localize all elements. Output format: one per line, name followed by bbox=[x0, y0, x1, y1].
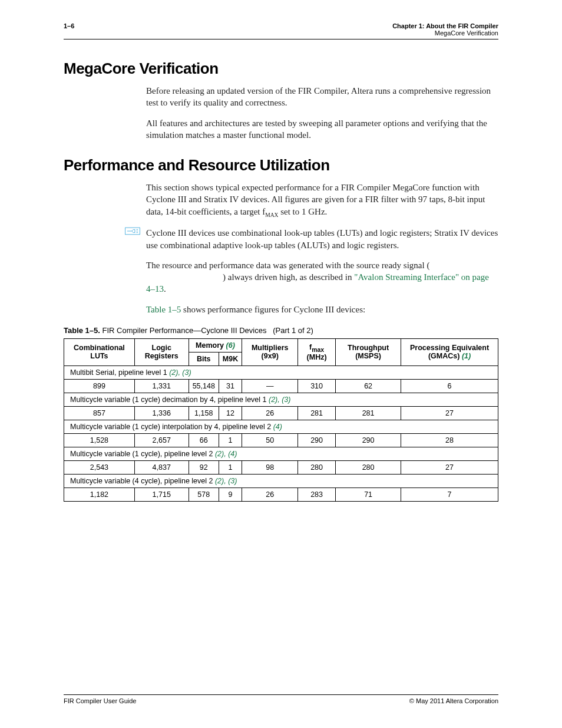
para: This section shows typical expected perf… bbox=[146, 182, 498, 219]
table-row: 8571,3361,158122628128127 bbox=[64, 406, 498, 420]
note-ref[interactable]: (2), (3) bbox=[269, 396, 291, 404]
text: Multicycle variable (1 cycle), pipeline … bbox=[70, 450, 215, 458]
header-right: Chapter 1: About the FIR Compiler MegaCo… bbox=[392, 22, 498, 37]
col-multipliers: Multipliers (9x9) bbox=[242, 338, 298, 365]
table-group-row: Multibit Serial, pipeline level 1 (2), (… bbox=[64, 365, 498, 379]
table-row: 2,5434,8379219828028027 bbox=[64, 460, 498, 474]
text: set to 1 GHz. bbox=[278, 207, 327, 216]
cell: 280 bbox=[336, 460, 401, 474]
table-group-row: Multicycle variable (4 cycle), pipeline … bbox=[64, 474, 498, 487]
para: Table 1–5 shows performance figures for … bbox=[146, 304, 498, 315]
group-label: Multicycle variable (1 cycle) interpolat… bbox=[64, 420, 498, 433]
cell: — bbox=[242, 379, 298, 393]
chapter-title: Chapter 1: About the FIR Compiler bbox=[392, 22, 498, 29]
table-caption: Table 1–5. FIR Compiler Performance—Cycl… bbox=[64, 326, 498, 335]
col-throughput: Throughput (MSPS) bbox=[336, 338, 401, 365]
note-ref[interactable]: (6) bbox=[226, 341, 235, 350]
hand-pointer-icon bbox=[64, 227, 146, 238]
table-head: Combinational LUTs Logic Registers Memor… bbox=[64, 338, 498, 365]
text: Processing Equivalent (GMACs) bbox=[410, 344, 489, 360]
cell: 1,158 bbox=[189, 406, 219, 420]
table-group-row: Multicycle variable (1 cycle) decimation… bbox=[64, 393, 498, 406]
cell: 66 bbox=[189, 433, 219, 447]
note-text: Cyclone III devices use combinational lo… bbox=[146, 227, 498, 251]
para: The resource and performance data was ge… bbox=[146, 259, 498, 295]
heading-performance: Performance and Resource Utilization bbox=[64, 156, 498, 174]
table-row: 1,5282,6576615029029028 bbox=[64, 433, 498, 447]
col-comb-luts: Combinational LUTs bbox=[64, 338, 135, 365]
para: Before releasing an updated version of t… bbox=[146, 85, 498, 109]
text: Multibit Serial, pipeline level 1 bbox=[70, 368, 169, 377]
group-label: Multicycle variable (1 cycle) decimation… bbox=[64, 393, 498, 406]
cell: 6 bbox=[401, 379, 498, 393]
cell: 1,528 bbox=[64, 433, 135, 447]
xref-link[interactable]: Table 1–5 bbox=[146, 305, 181, 314]
cell: 290 bbox=[298, 433, 336, 447]
cell: 280 bbox=[298, 460, 336, 474]
cell: 857 bbox=[64, 406, 135, 420]
page-footer: FIR Compiler User Guide © May 2011 Alter… bbox=[64, 694, 498, 704]
table-row: 8991,33155,14831—310626 bbox=[64, 379, 498, 393]
header-rule bbox=[64, 39, 498, 39]
page-header: 1–6 Chapter 1: About the FIR Compiler Me… bbox=[64, 22, 498, 37]
cell: 50 bbox=[242, 433, 298, 447]
text: (MHz) bbox=[307, 353, 327, 361]
footer-right: © May 2011 Altera Corporation bbox=[409, 697, 498, 704]
cell: 2,657 bbox=[134, 433, 189, 447]
cell: 26 bbox=[242, 487, 298, 501]
section2-body-cont: The resource and performance data was ge… bbox=[146, 259, 498, 315]
cell: 1 bbox=[219, 433, 242, 447]
cell: 71 bbox=[336, 487, 401, 501]
page-number: 1–6 bbox=[64, 22, 74, 29]
cell: 310 bbox=[298, 379, 336, 393]
subscript: max bbox=[312, 347, 324, 353]
group-label: Multicycle variable (4 cycle), pipeline … bbox=[64, 474, 498, 487]
heading-megacore-verification: MegaCore Verification bbox=[64, 60, 498, 78]
col-memory: Memory (6) bbox=[189, 338, 242, 352]
text: Memory bbox=[196, 341, 224, 350]
cell: 290 bbox=[336, 433, 401, 447]
note-block: Cyclone III devices use combinational lo… bbox=[64, 227, 498, 251]
cell: 12 bbox=[219, 406, 242, 420]
cell: 1,715 bbox=[134, 487, 189, 501]
cell: 1,182 bbox=[64, 487, 135, 501]
cell: 55,148 bbox=[189, 379, 219, 393]
note-ref[interactable]: (4) bbox=[273, 423, 282, 431]
performance-table: Combinational LUTs Logic Registers Memor… bbox=[64, 338, 498, 502]
cell: 281 bbox=[298, 406, 336, 420]
table-group-row: Multicycle variable (1 cycle) interpolat… bbox=[64, 420, 498, 433]
note-ref[interactable]: (2), (4) bbox=[215, 450, 237, 458]
table-group-row: Multicycle variable (1 cycle), pipeline … bbox=[64, 447, 498, 460]
cell: 281 bbox=[336, 406, 401, 420]
col-m9k: M9K bbox=[219, 352, 242, 365]
text: shows performance figures for Cyclone II… bbox=[183, 305, 365, 314]
note-ref[interactable]: (2), (3) bbox=[169, 368, 191, 377]
note-ref[interactable]: (1) bbox=[462, 352, 471, 360]
group-label: Multicycle variable (1 cycle), pipeline … bbox=[64, 447, 498, 460]
text: . bbox=[164, 284, 166, 294]
table-body: Multibit Serial, pipeline level 1 (2), (… bbox=[64, 365, 498, 501]
text: Multicycle variable (1 cycle) interpolat… bbox=[70, 423, 273, 431]
text: ) always driven high, as described in bbox=[223, 272, 354, 282]
section2-body: This section shows typical expected perf… bbox=[146, 182, 498, 219]
section-name: MegaCore Verification bbox=[392, 29, 498, 37]
cell: 283 bbox=[298, 487, 336, 501]
text: Multicycle variable (1 cycle) decimation… bbox=[70, 396, 269, 404]
section1-body: Before releasing an updated version of t… bbox=[146, 85, 498, 141]
cell: 9 bbox=[219, 487, 242, 501]
table-label: Table 1–5. bbox=[64, 326, 100, 335]
col-logic-regs: Logic Registers bbox=[134, 338, 189, 365]
note-ref[interactable]: (2), (3) bbox=[215, 477, 237, 485]
table-row: 1,1821,715578926283717 bbox=[64, 487, 498, 501]
cell: 1,331 bbox=[134, 379, 189, 393]
cell: 98 bbox=[242, 460, 298, 474]
col-processing: Processing Equivalent (GMACs) (1) bbox=[401, 338, 498, 365]
cell: 28 bbox=[401, 433, 498, 447]
text: Multicycle variable (4 cycle), pipeline … bbox=[70, 477, 215, 485]
cell: 899 bbox=[64, 379, 135, 393]
cell: 31 bbox=[219, 379, 242, 393]
col-bits: Bits bbox=[189, 352, 219, 365]
cell: 92 bbox=[189, 460, 219, 474]
table-part: (Part 1 of 2) bbox=[273, 326, 313, 335]
cell: 7 bbox=[401, 487, 498, 501]
